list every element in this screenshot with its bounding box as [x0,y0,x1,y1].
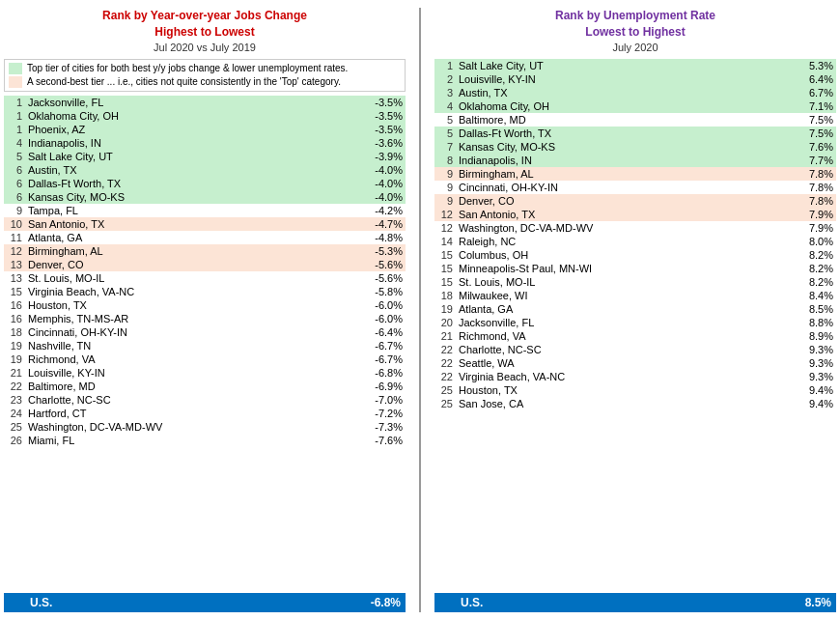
left-city-cell: Salt Lake City, UT [25,150,362,163]
left-rank-cell: 12 [4,244,25,258]
right-city-cell: Charlotte, NC-SC [456,343,793,356]
right-rank-cell: 15 [434,262,456,275]
left-city-cell: Baltimore, MD [25,380,362,393]
left-rank-cell: 15 [4,285,25,298]
left-val-cell: -6.7% [362,352,406,366]
left-val-cell: -4.2% [362,204,406,217]
right-table-row: 5Dallas-Ft Worth, TX7.5% [434,127,836,140]
right-panel: Rank by Unemployment Rate Lowest to High… [434,8,836,612]
left-rank-cell: 1 [4,96,25,109]
left-city-cell: Jacksonville, FL [25,96,362,109]
right-rank-cell: 1 [434,59,456,72]
right-table-row: 8Indianapolis, IN7.7% [434,154,836,167]
right-title-line1: Rank by Unemployment Rate [434,8,836,24]
left-table-row: 4Indianapolis, IN-3.6% [4,136,406,150]
left-val-cell: -4.8% [362,231,406,244]
left-table-row: 18Cincinnati, OH-KY-IN-6.4% [4,325,406,339]
right-val-cell: 7.5% [793,127,836,140]
left-rank-cell: 19 [4,339,25,352]
left-table-row: 19Nashville, TN-6.7% [4,339,406,352]
left-val-cell: -6.8% [362,366,406,380]
right-city-cell: Jacksonville, FL [456,316,793,329]
right-city-cell: Baltimore, MD [456,113,793,127]
left-city-cell: Kansas City, MO-KS [25,190,362,204]
right-table-row: 15Columbus, OH8.2% [434,248,836,262]
right-val-cell: 6.4% [793,72,836,86]
right-val-cell: 7.8% [793,181,836,194]
right-rank-cell: 25 [434,383,456,397]
left-val-cell: -5.8% [362,285,406,298]
right-table-row: 19Atlanta, GA8.5% [434,302,836,316]
right-val-cell: 5.3% [793,59,836,72]
left-val-cell: -4.0% [362,177,406,190]
left-table-row: 1Oklahoma City, OH-3.5% [4,109,406,123]
right-val-cell: 9.3% [793,356,836,370]
left-table-row: 15Virginia Beach, VA-NC-5.8% [4,285,406,298]
right-val-cell: 7.8% [793,194,836,208]
right-city-cell: Seattle, WA [456,356,793,370]
right-rank-cell: 5 [434,113,456,127]
right-city-cell: San Antonio, TX [456,208,793,221]
right-val-cell: 8.2% [793,262,836,275]
right-val-cell: 7.9% [793,221,836,235]
left-val-cell: -3.5% [362,109,406,123]
right-rank-cell: 9 [434,167,456,181]
right-val-cell: 9.4% [793,397,836,410]
right-val-cell: 9.4% [793,383,836,397]
left-rank-cell: 1 [4,109,25,123]
main-container: Rank by Year-over-year Jobs Change Highe… [0,0,840,620]
right-city-cell: San Jose, CA [456,397,793,410]
right-city-cell: Milwaukee, WI [456,289,793,302]
right-rank-cell: 7 [434,140,456,154]
right-city-cell: Houston, TX [456,383,793,397]
right-val-cell: 6.7% [793,86,836,99]
left-rank-cell: 6 [4,177,25,190]
left-city-cell: Washington, DC-VA-MD-WV [25,420,362,434]
right-table: 1Salt Lake City, UT5.3%2Louisville, KY-I… [434,59,836,410]
right-table-row: 2Louisville, KY-IN6.4% [434,72,836,86]
right-table-row: 9Denver, CO7.8% [434,194,836,208]
left-table-row: 19Richmond, VA-6.7% [4,352,406,366]
left-city-cell: Memphis, TN-MS-AR [25,312,362,325]
right-footer-label: U.S. [456,593,793,612]
left-city-cell: Louisville, KY-IN [25,366,362,380]
left-val-cell: -6.0% [362,298,406,312]
right-val-cell: 8.4% [793,289,836,302]
left-table-row: 11Atlanta, GA-4.8% [4,231,406,244]
right-footer-table: U.S. 8.5% [434,593,836,612]
right-table-row: 1Salt Lake City, UT5.3% [434,59,836,72]
left-table-row: 13Denver, CO-5.6% [4,258,406,271]
right-city-cell: St. Louis, MO-IL [456,275,793,289]
left-table-row: 9Tampa, FL-4.2% [4,204,406,217]
right-val-cell: 8.9% [793,329,836,343]
left-footer-val: -6.8% [362,593,406,612]
right-table-row: 4Oklahoma City, OH7.1% [434,99,836,113]
left-rank-cell: 24 [4,407,25,420]
right-val-cell: 7.9% [793,208,836,221]
right-rank-cell: 4 [434,99,456,113]
left-footer-row: U.S. -6.8% [4,593,406,612]
left-rank-cell: 9 [4,204,25,217]
left-city-cell: Birmingham, AL [25,244,362,258]
right-table-row: 15Minneapolis-St Paul, MN-WI8.2% [434,262,836,275]
right-table-row: 25San Jose, CA9.4% [434,397,836,410]
left-val-cell: -3.5% [362,96,406,109]
left-rank-cell: 16 [4,298,25,312]
right-table-row: 12Washington, DC-VA-MD-WV7.9% [434,221,836,235]
left-table-row: 23Charlotte, NC-SC-7.0% [4,393,406,407]
right-rank-cell: 20 [434,316,456,329]
right-city-cell: Salt Lake City, UT [456,59,793,72]
right-val-cell: 7.6% [793,140,836,154]
left-city-cell: Austin, TX [25,163,362,177]
right-table-row: 25Houston, TX9.4% [434,383,836,397]
right-val-cell: 8.2% [793,275,836,289]
right-rank-cell: 9 [434,181,456,194]
left-city-cell: Virginia Beach, VA-NC [25,285,362,298]
right-rank-cell: 5 [434,127,456,140]
right-val-cell: 9.3% [793,343,836,356]
left-table-row: 12Birmingham, AL-5.3% [4,244,406,258]
left-val-cell: -7.6% [362,434,406,447]
left-rank-cell: 6 [4,190,25,204]
left-title-line1: Rank by Year-over-year Jobs Change [4,8,406,24]
right-table-row: 15St. Louis, MO-IL8.2% [434,275,836,289]
